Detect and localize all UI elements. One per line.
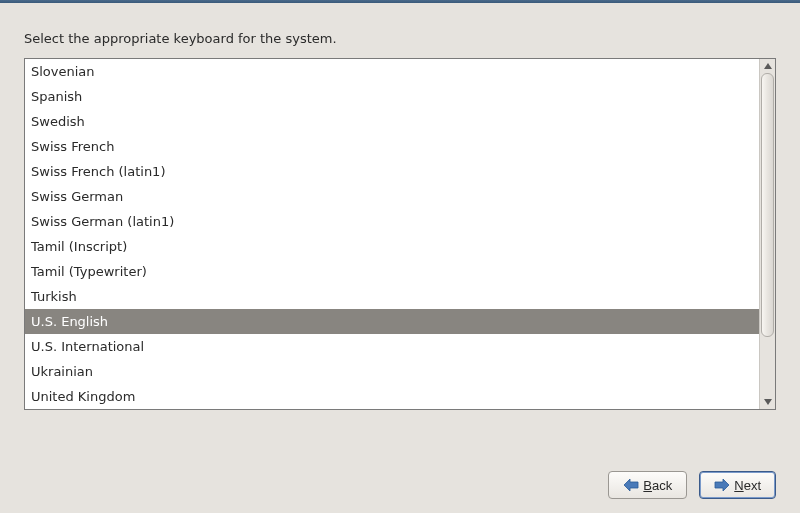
next-button[interactable]: Next [699, 471, 776, 499]
list-item[interactable]: Swiss German (latin1) [25, 209, 759, 234]
list-item[interactable]: Tamil (Typewriter) [25, 259, 759, 284]
arrow-right-icon [714, 478, 730, 492]
scroll-track[interactable] [760, 73, 775, 395]
next-button-label: Next [734, 478, 761, 493]
list-item[interactable]: Turkish [25, 284, 759, 309]
list-item[interactable]: Slovenian [25, 59, 759, 84]
instruction-label: Select the appropriate keyboard for the … [24, 31, 776, 46]
scrollbar[interactable] [759, 59, 775, 409]
button-bar: Back Next [608, 471, 776, 499]
list-item[interactable]: Swiss French [25, 134, 759, 159]
list-item[interactable]: Tamil (Inscript) [25, 234, 759, 259]
list-item[interactable]: U.S. International [25, 334, 759, 359]
list-item[interactable]: United Kingdom [25, 384, 759, 409]
back-button[interactable]: Back [608, 471, 687, 499]
keyboard-list-container: SlovenianSpanishSwedishSwiss FrenchSwiss… [24, 58, 776, 410]
scroll-down-arrow-icon[interactable] [760, 395, 775, 409]
keyboard-list[interactable]: SlovenianSpanishSwedishSwiss FrenchSwiss… [25, 59, 759, 409]
scroll-thumb[interactable] [761, 73, 774, 337]
list-item[interactable]: U.S. English [25, 309, 759, 334]
list-item[interactable]: Ukrainian [25, 359, 759, 384]
list-item[interactable]: Swiss German [25, 184, 759, 209]
back-button-label: Back [643, 478, 672, 493]
list-item[interactable]: Spanish [25, 84, 759, 109]
arrow-left-icon [623, 478, 639, 492]
scroll-up-arrow-icon[interactable] [760, 59, 775, 73]
list-item[interactable]: Swedish [25, 109, 759, 134]
dialog-content: Select the appropriate keyboard for the … [0, 3, 800, 410]
list-item[interactable]: Swiss French (latin1) [25, 159, 759, 184]
